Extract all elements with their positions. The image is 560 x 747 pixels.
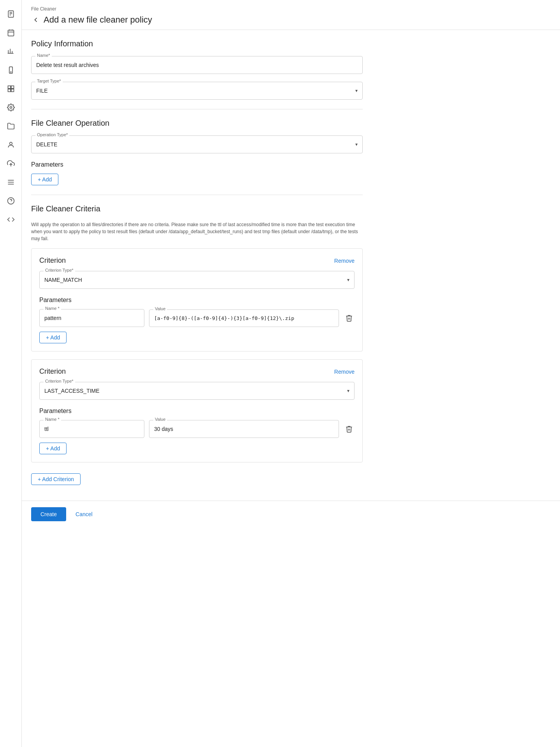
criterion-2-parameters-title: Parameters bbox=[39, 408, 355, 415]
divider-1 bbox=[31, 109, 363, 109]
sidebar-icon-list[interactable] bbox=[3, 174, 19, 190]
page-title-row: Add a new file cleaner policy bbox=[31, 15, 551, 25]
criterion-2-param-row-1: Name * Value bbox=[39, 420, 355, 438]
target-type-field-group: Target Type* FILE DIRECTORY ▾ bbox=[31, 82, 363, 100]
criterion-2-param-value-outlined: Value bbox=[149, 420, 339, 438]
criterion-2-param-name-field: Name * bbox=[39, 420, 144, 438]
sidebar-icon-upload[interactable] bbox=[3, 156, 19, 171]
operation-type-field: Operation Type* DELETE ARCHIVE ▾ bbox=[31, 135, 363, 153]
criterion-2-param-name-outlined: Name * bbox=[39, 420, 144, 438]
policy-info-title: Policy Information bbox=[31, 39, 363, 48]
sidebar-icon-person[interactable] bbox=[3, 137, 19, 153]
criterion-1-add-param-button[interactable]: + Add bbox=[39, 332, 67, 343]
sidebar-icon-calendar[interactable] bbox=[3, 25, 19, 40]
target-type-select[interactable]: FILE DIRECTORY bbox=[32, 82, 362, 99]
page-header: File Cleaner Add a new file cleaner poli… bbox=[22, 0, 560, 30]
sidebar-icon-document[interactable] bbox=[3, 6, 19, 22]
breadcrumb: File Cleaner bbox=[31, 6, 551, 12]
sidebar-icon-phone[interactable] bbox=[3, 62, 19, 78]
criterion-2-param-name-input[interactable] bbox=[40, 420, 144, 438]
criterion-2-type-select[interactable]: NAME_MATCH LAST_ACCESS_TIME LAST_MODIFIE… bbox=[40, 382, 354, 399]
operation-parameters-title: Parameters bbox=[31, 161, 363, 168]
criterion-2-param-delete-button[interactable] bbox=[344, 424, 355, 434]
criterion-2-type-select-wrapper: NAME_MATCH LAST_ACCESS_TIME LAST_MODIFIE… bbox=[40, 382, 354, 399]
svg-rect-14 bbox=[8, 86, 11, 89]
action-buttons: Create Cancel bbox=[22, 501, 560, 527]
operation-add-param-button[interactable]: + Add bbox=[31, 174, 58, 185]
sidebar-icon-help[interactable] bbox=[3, 193, 19, 209]
sidebar-icon-chart[interactable] bbox=[3, 44, 19, 59]
criterion-2-type-field: Criterion Type* NAME_MATCH LAST_ACCESS_T… bbox=[39, 382, 355, 400]
cancel-button[interactable]: Cancel bbox=[71, 507, 97, 521]
criteria-info-text: Will apply the operation to all files/di… bbox=[31, 221, 363, 242]
criterion-1-parameters-title: Parameters bbox=[39, 297, 355, 304]
criterion-1-param-name-input[interactable] bbox=[40, 309, 144, 327]
svg-rect-4 bbox=[8, 30, 14, 36]
criterion-2-param-value-field: Value bbox=[149, 420, 339, 438]
sidebar-icon-gear[interactable] bbox=[3, 100, 19, 115]
back-button[interactable] bbox=[31, 15, 40, 25]
criterion-1-param-row-1: Name * Value bbox=[39, 309, 355, 327]
criterion-1-param-name-outlined: Name * bbox=[39, 309, 144, 327]
name-input[interactable] bbox=[32, 56, 362, 74]
name-field-group: Name* bbox=[31, 56, 363, 74]
remove-criterion-2-button[interactable]: Remove bbox=[334, 369, 355, 375]
criteria-section-title: File Cleaner Criteria bbox=[31, 204, 363, 213]
criterion-block-1: Criterion Remove Criterion Type* NAME_MA… bbox=[31, 248, 363, 352]
criterion-1-param-value-outlined: Value bbox=[149, 309, 339, 327]
criterion-header-1: Criterion Remove bbox=[39, 257, 355, 265]
target-type-select-wrapper: FILE DIRECTORY ▾ bbox=[32, 82, 362, 99]
sidebar-icon-folder[interactable] bbox=[3, 118, 19, 134]
page-title: Add a new file cleaner policy bbox=[44, 15, 152, 25]
create-button[interactable]: Create bbox=[31, 507, 66, 521]
svg-rect-16 bbox=[8, 89, 11, 92]
svg-point-18 bbox=[10, 107, 12, 109]
criterion-2-add-param-button[interactable]: + Add bbox=[39, 443, 67, 454]
criterion-1-type-field-group: Criterion Type* NAME_MATCH LAST_ACCESS_T… bbox=[39, 271, 355, 289]
criterion-1-param-value-input[interactable] bbox=[149, 310, 339, 327]
criterion-2-param-value-input[interactable] bbox=[149, 420, 339, 438]
sidebar bbox=[0, 0, 22, 747]
operation-type-field-group: Operation Type* DELETE ARCHIVE ▾ bbox=[31, 135, 363, 153]
operation-type-select-wrapper: DELETE ARCHIVE ▾ bbox=[32, 136, 362, 153]
criterion-1-type-field: Criterion Type* NAME_MATCH LAST_ACCESS_T… bbox=[39, 271, 355, 289]
sidebar-icon-code[interactable] bbox=[3, 212, 19, 227]
svg-rect-17 bbox=[11, 89, 14, 92]
criterion-1-type-select[interactable]: NAME_MATCH LAST_ACCESS_TIME LAST_MODIFIE… bbox=[40, 271, 354, 288]
criterion-1-type-select-wrapper: NAME_MATCH LAST_ACCESS_TIME LAST_MODIFIE… bbox=[40, 271, 354, 288]
criterion-title-1: Criterion bbox=[39, 257, 66, 265]
criterion-1-param-value-field: Value bbox=[149, 309, 339, 327]
divider-2 bbox=[31, 195, 363, 195]
svg-rect-15 bbox=[11, 86, 14, 89]
criterion-title-2: Criterion bbox=[39, 367, 66, 376]
criterion-1-param-name-field: Name * bbox=[39, 309, 144, 327]
add-criterion-button[interactable]: + Add Criterion bbox=[31, 473, 81, 485]
sidebar-icon-layers[interactable] bbox=[3, 81, 19, 97]
name-field: Name* bbox=[31, 56, 363, 74]
criterion-header-2: Criterion Remove bbox=[39, 367, 355, 376]
criterion-block-2: Criterion Remove Criterion Type* NAME_MA… bbox=[31, 359, 363, 462]
main-content: File Cleaner Add a new file cleaner poli… bbox=[22, 0, 560, 747]
criterion-1-param-delete-button[interactable] bbox=[344, 313, 355, 323]
remove-criterion-1-button[interactable]: Remove bbox=[334, 258, 355, 264]
target-type-field: Target Type* FILE DIRECTORY ▾ bbox=[31, 82, 363, 100]
operation-section-title: File Cleaner Operation bbox=[31, 119, 363, 128]
criterion-2-type-field-group: Criterion Type* NAME_MATCH LAST_ACCESS_T… bbox=[39, 382, 355, 400]
svg-point-13 bbox=[11, 72, 11, 72]
svg-point-19 bbox=[9, 142, 12, 145]
form-content: Policy Information Name* Target Type* FI… bbox=[22, 30, 372, 501]
operation-type-select[interactable]: DELETE ARCHIVE bbox=[32, 136, 362, 153]
